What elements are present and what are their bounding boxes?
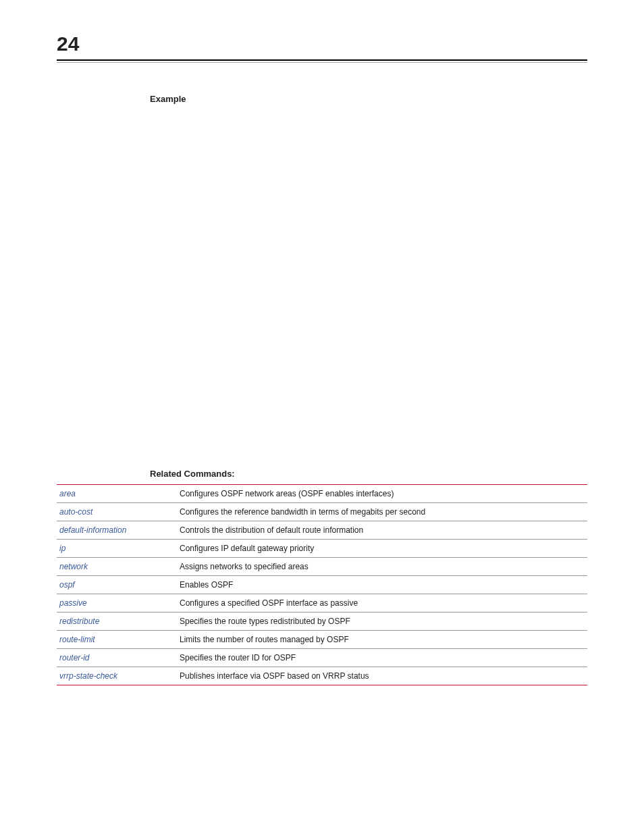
chapter-rule-bottom	[57, 62, 587, 63]
command-link[interactable]: default-information	[57, 521, 177, 540]
chapter-rule-top	[57, 59, 587, 61]
command-link[interactable]: router-id	[57, 649, 177, 667]
table-row: redistributeSpecifies the route types re…	[57, 613, 587, 631]
command-description: Assigns networks to specified areas	[177, 558, 587, 576]
command-description: Publishes interface via OSPF based on VR…	[177, 667, 587, 685]
command-description: Controls the distribution of default rou…	[177, 521, 587, 540]
command-link[interactable]: ospf	[57, 576, 177, 594]
command-link[interactable]: route-limit	[57, 631, 177, 649]
table-row: ospfEnables OSPF	[57, 576, 587, 594]
command-description: Configures the reference bandwidth in te…	[177, 503, 587, 521]
command-link[interactable]: network	[57, 558, 177, 576]
table-row: areaConfigures OSPF network areas (OSPF …	[57, 485, 587, 503]
content-body: Example Related Commands:	[150, 94, 587, 479]
related-commands-heading: Related Commands:	[150, 469, 587, 479]
table-row: default-informationControls the distribu…	[57, 521, 587, 540]
command-description: Configures IP default gateway priority	[177, 540, 587, 558]
table-row: ipConfigures IP default gateway priority	[57, 540, 587, 558]
table-row: networkAssigns networks to specified are…	[57, 558, 587, 576]
command-description: Specifies the router ID for OSPF	[177, 649, 587, 667]
command-description: Configures OSPF network areas (OSPF enab…	[177, 485, 587, 503]
command-link[interactable]: vrrp-state-check	[57, 667, 177, 685]
command-description: Configures a specified OSPF interface as…	[177, 594, 587, 613]
example-heading: Example	[150, 94, 587, 104]
command-link[interactable]: redistribute	[57, 613, 177, 631]
command-description: Enables OSPF	[177, 576, 587, 594]
command-description: Specifies the route types redistributed …	[177, 613, 587, 631]
command-link[interactable]: area	[57, 485, 177, 503]
command-link[interactable]: auto-cost	[57, 503, 177, 521]
table-row: router-idSpecifies the router ID for OSP…	[57, 649, 587, 667]
command-description: Limits the number of routes managed by O…	[177, 631, 587, 649]
chapter-number: 24	[57, 32, 587, 55]
command-link[interactable]: ip	[57, 540, 177, 558]
command-link[interactable]: passive	[57, 594, 177, 613]
table-row: passiveConfigures a specified OSPF inter…	[57, 594, 587, 613]
table-row: auto-costConfigures the reference bandwi…	[57, 503, 587, 521]
related-commands-table: areaConfigures OSPF network areas (OSPF …	[57, 484, 587, 685]
table-row: vrrp-state-checkPublishes interface via …	[57, 667, 587, 685]
table-row: route-limitLimits the number of routes m…	[57, 631, 587, 649]
page: 24 Example Related Commands: areaConfigu…	[0, 0, 644, 834]
